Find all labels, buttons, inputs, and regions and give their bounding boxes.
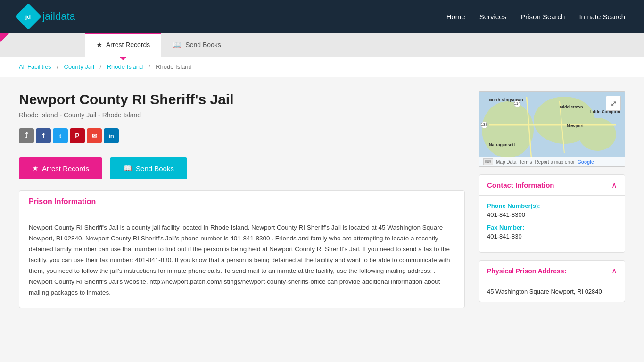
address-card-body: 45 Washington Square Newport, RI 02840	[479, 281, 625, 302]
breadcrumb-rhode-island[interactable]: Rhode Island	[107, 63, 143, 70]
prison-info-header: Prison Information	[19, 191, 464, 213]
logo-data: data	[55, 10, 75, 22]
prison-info-heading: Prison Information	[29, 197, 455, 206]
arrest-records-btn-label: Arrest Records	[42, 165, 89, 173]
map-keyboard-icon: ⌨	[483, 158, 493, 165]
breadcrumb-sep-3: /	[149, 63, 150, 70]
twitter-button[interactable]: t	[53, 128, 68, 143]
social-buttons: ⤴ f t P ✉ in	[19, 128, 465, 143]
breadcrumb-county-jail[interactable]: County Jail	[64, 63, 94, 70]
nav-services[interactable]: Services	[479, 13, 507, 21]
tab-send-books[interactable]: 📖 Send Books	[161, 33, 232, 57]
map-background: 138 114 North Kingstown Middletown Littl…	[479, 92, 625, 166]
facility-subtitle: Rhode Island - County Jail - Rhode Islan…	[19, 111, 465, 119]
breadcrumb-current: Rhode Island	[156, 63, 192, 70]
pinterest-button[interactable]: P	[70, 128, 85, 143]
right-column: 138 114 North Kingstown Middletown Littl…	[479, 91, 625, 308]
send-books-button[interactable]: 📖 Send Books	[110, 157, 187, 179]
map-expand-button[interactable]: ⤢	[606, 96, 621, 111]
logo-diamond: jd	[15, 3, 42, 30]
tab-arrest-records-label: Arrest Records	[106, 41, 150, 49]
main-content: Newport County RI Sheriff's Jail Rhode I…	[0, 77, 644, 322]
share-button[interactable]: ⤴	[19, 128, 34, 143]
address-value: 45 Washington Square Newport, RI 02840	[487, 288, 617, 295]
logo-area: jd jaildata	[19, 7, 75, 26]
breadcrumb-sep-1: /	[57, 63, 58, 70]
logo-jail: jail	[42, 10, 55, 22]
facebook-button[interactable]: f	[36, 128, 51, 143]
action-buttons: ★ Arrest Records 📖 Send Books	[19, 157, 465, 179]
fax-value: 401-841-830	[487, 233, 617, 240]
tabs-bar: ★ Arrest Records 📖 Send Books	[0, 33, 644, 57]
nav-home[interactable]: Home	[446, 13, 465, 21]
site-header: jd jaildata Home Services Prison Search …	[0, 0, 644, 33]
google-logo: Google	[578, 159, 594, 165]
address-collapse-icon[interactable]: ∧	[611, 266, 617, 275]
breadcrumb-all-facilities[interactable]: All Facilities	[19, 63, 51, 70]
logo-text: jaildata	[42, 10, 75, 23]
facility-title: Newport County RI Sheriff's Jail	[19, 91, 465, 107]
send-books-btn-label: Send Books	[136, 165, 174, 173]
phone-value: 401-841-8300	[487, 211, 617, 218]
nav-inmate-search[interactable]: Inmate Search	[579, 13, 625, 21]
linkedin-button[interactable]: in	[104, 128, 119, 143]
map-report-label[interactable]: Report a map error	[535, 159, 575, 165]
contact-heading: Contact Information	[487, 181, 554, 189]
tab-indicator	[119, 57, 127, 60]
prison-info-body: Newport County RI Sheriff's Jail is a co…	[19, 213, 464, 308]
star-icon: ★	[96, 41, 102, 49]
star-icon-btn: ★	[32, 164, 38, 173]
book-icon-btn: 📖	[123, 164, 132, 173]
svg-text:North Kingstown: North Kingstown	[489, 98, 523, 102]
svg-text:138: 138	[481, 123, 487, 127]
phone-label: Phone Number(s):	[487, 202, 617, 209]
breadcrumb: All Facilities / County Jail / Rhode Isl…	[0, 57, 644, 77]
svg-text:Narragansett: Narragansett	[489, 142, 515, 147]
tab-arrest-records[interactable]: ★ Arrest Records	[85, 33, 161, 57]
contact-card: Contact Information ∧ Phone Number(s): 4…	[479, 174, 625, 253]
contact-card-body: Phone Number(s): 401-841-8300 Fax Number…	[479, 196, 625, 252]
email-button[interactable]: ✉	[87, 128, 102, 143]
address-card: Physical Prison Address: ∧ 45 Washington…	[479, 260, 625, 302]
accent-triangle	[0, 33, 9, 42]
map-svg: 138 114 North Kingstown Middletown Littl…	[479, 92, 625, 166]
fax-label: Fax Number:	[487, 224, 617, 231]
map-data-label[interactable]: Map Data	[496, 159, 516, 165]
svg-point-1	[482, 101, 534, 158]
address-card-header: Physical Prison Address: ∧	[479, 261, 625, 281]
logo-jd-text: jd	[25, 13, 31, 20]
map-footer: ⌨ Map Data Terms Report a map error Goog…	[479, 157, 625, 166]
map-terms-label[interactable]: Terms	[519, 159, 532, 165]
contact-collapse-icon[interactable]: ∧	[611, 181, 617, 189]
tab-send-books-label: Send Books	[185, 41, 221, 49]
address-heading: Physical Prison Address:	[487, 267, 566, 275]
map-container: 138 114 North Kingstown Middletown Littl…	[479, 91, 625, 167]
svg-point-3	[578, 118, 616, 151]
main-nav: Home Services Prison Search Inmate Searc…	[446, 13, 625, 21]
left-column: Newport County RI Sheriff's Jail Rhode I…	[19, 91, 465, 308]
prison-info-section: Prison Information Newport County RI She…	[19, 190, 465, 308]
prison-info-text: Newport County RI Sheriff's Jail is a co…	[29, 222, 455, 298]
svg-text:Newport: Newport	[567, 123, 584, 128]
breadcrumb-sep-2: /	[99, 63, 101, 70]
contact-card-header: Contact Information ∧	[479, 175, 625, 196]
arrest-records-button[interactable]: ★ Arrest Records	[19, 157, 102, 179]
nav-prison-search[interactable]: Prison Search	[520, 13, 565, 21]
svg-text:Middletown: Middletown	[560, 105, 583, 109]
book-icon: 📖	[173, 41, 182, 49]
